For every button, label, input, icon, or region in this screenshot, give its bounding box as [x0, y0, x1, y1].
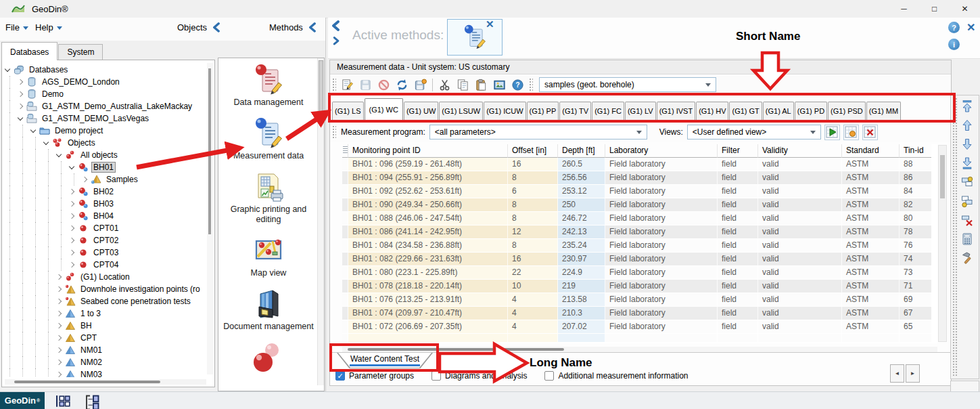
- close-panel-icon[interactable]: ✕: [966, 21, 975, 34]
- help-icon[interactable]: ?: [948, 22, 960, 33]
- tree-horizontal-scrollbar[interactable]: [5, 379, 206, 385]
- tools-icon[interactable]: [958, 250, 976, 266]
- tree-item-cpt04[interactable]: CPT04: [3, 259, 206, 271]
- tab-databases[interactable]: Databases: [1, 42, 57, 60]
- table-row[interactable]: BH01 : 082 (229.66 - 231.63ft)16230.97Fi…: [342, 253, 937, 266]
- method-tab-g1-lsuw[interactable]: (G1) LSUW: [439, 102, 483, 121]
- insert-below-icon[interactable]: [958, 193, 976, 209]
- method-tab-g1-lv[interactable]: (G1) LV: [625, 102, 656, 121]
- launcher-item-document-management[interactable]: Document management: [220, 288, 317, 332]
- column-header-validity[interactable]: Validity: [758, 144, 842, 158]
- tree-item-bh02[interactable]: BH02: [3, 186, 206, 198]
- close-method-icon[interactable]: ✕: [486, 18, 494, 30]
- move-top-icon[interactable]: [958, 98, 976, 114]
- method-tab-g1-ls[interactable]: (G1) LS: [332, 102, 364, 121]
- method-tab-g1-uw[interactable]: (G1) UW: [404, 102, 438, 121]
- tree-item-bh04[interactable]: BH04: [3, 210, 206, 222]
- table-row[interactable]: BH01 : 088 (246.06 - 247.54ft)8246.72Fie…: [342, 212, 937, 225]
- tree-item-bh03[interactable]: BH03: [3, 198, 206, 210]
- method-tab-g1-gt[interactable]: (G1) GT: [729, 102, 762, 121]
- table-row[interactable]: BH01 : 094 (255.91 - 256.89ft)8256.56Fie…: [342, 171, 937, 185]
- expand-right-icon[interactable]: [333, 37, 340, 46]
- minimize-button[interactable]: ─: [889, 1, 919, 18]
- export-icon[interactable]: [411, 77, 429, 93]
- drag-handle-icon[interactable]: [332, 78, 336, 91]
- table-row[interactable]: BH01 : 074 (209.97 - 210.47ft)4210.3Fiel…: [342, 307, 937, 320]
- help-icon[interactable]: ?: [509, 77, 527, 93]
- method-tab-g1-pp[interactable]: (G1) PP: [527, 102, 559, 121]
- method-tab-g1-tv[interactable]: (G1) TV: [559, 102, 591, 121]
- checkbox-unchecked-icon[interactable]: [431, 371, 441, 381]
- copy-icon[interactable]: [454, 77, 472, 93]
- column-header-depth-ft[interactable]: Depth [ft]: [558, 144, 605, 158]
- tree-item-bh01[interactable]: BH01: [3, 161, 206, 173]
- paste-icon[interactable]: [472, 77, 490, 93]
- collapse-left-icon[interactable]: [212, 22, 220, 33]
- move-up-icon[interactable]: [958, 117, 976, 133]
- row-selector[interactable]: [342, 307, 348, 320]
- delete-row-icon[interactable]: [958, 212, 976, 228]
- method-tab-g1-pd[interactable]: (G1) PD: [795, 102, 827, 121]
- table-row[interactable]: BH01 : 076 (213.25 - 213.91ft)4213.58Fie…: [342, 293, 937, 307]
- tree-item-cpt[interactable]: CPT: [3, 332, 206, 344]
- scroll-tabs-right-button[interactable]: ►: [906, 364, 920, 383]
- table-row[interactable]: BH01 : 096 (259.19 - 261.48ft)16260.5Fie…: [342, 158, 937, 171]
- tree-item-g1-astm-demo-lasvegas[interactable]: G1_ASTM_DEMO_LasVegas: [3, 112, 206, 125]
- tree-item-nm02[interactable]: NM02: [3, 356, 206, 368]
- move-down-icon[interactable]: [958, 136, 976, 152]
- image-icon[interactable]: [490, 77, 509, 93]
- tree-item-seabed-cone-penetration-tests[interactable]: Seabed cone penetration tests: [3, 295, 206, 307]
- collapse-left-icon[interactable]: [331, 20, 340, 32]
- drag-handle-icon[interactable]: [332, 125, 336, 139]
- tree-item-g1-astm-demo-australia-lakemackay[interactable]: G1_ASTM_Demo_Australia_LakeMackay: [3, 100, 206, 112]
- close-button[interactable]: ✕: [950, 1, 980, 18]
- table-row[interactable]: BH01 : 078 (218.18 - 220.14ft)10219Field…: [342, 280, 937, 293]
- column-header-standard[interactable]: Standard: [842, 144, 900, 158]
- tree-item-objects[interactable]: Objects: [3, 137, 206, 149]
- row-selector[interactable]: [342, 171, 348, 185]
- maximize-button[interactable]: □: [919, 1, 950, 18]
- method-tab-g1-wc[interactable]: (G1) WC: [365, 98, 403, 121]
- tree-item-demo[interactable]: Demo: [3, 88, 206, 100]
- table-row[interactable]: BH01 : 080 (223.1 - 225.89ft)22224.9Fiel…: [342, 266, 937, 280]
- table-row[interactable]: BH01 : 072 (206.69 - 207.35ft)4207.02Fie…: [342, 320, 937, 334]
- tree-vertical-scrollbar[interactable]: [207, 63, 213, 374]
- row-selector[interactable]: [342, 293, 348, 307]
- row-selector[interactable]: [342, 225, 348, 239]
- column-header-offset-in[interactable]: Offset [in]: [508, 144, 558, 158]
- edit-icon[interactable]: [338, 77, 356, 93]
- launcher-item-map-view[interactable]: Map view: [220, 234, 317, 278]
- row-selector[interactable]: [342, 320, 348, 334]
- table-row[interactable]: BH01 : 084 (234.58 - 236.88ft)8235.24Fie…: [342, 239, 937, 253]
- row-selector[interactable]: [342, 185, 348, 198]
- checkbox-diagrams-and-analysis[interactable]: Diagrams and analysis: [431, 371, 527, 381]
- column-layout-icon[interactable]: [83, 394, 100, 408]
- tree-item-bh[interactable]: BH: [3, 320, 206, 332]
- checkbox-additional-measurement-information[interactable]: Additional measurement information: [544, 371, 688, 381]
- row-selector[interactable]: [342, 158, 348, 171]
- tree-item-downhole-investigation-points-ro[interactable]: Downhole investigation points (ro: [3, 283, 206, 295]
- tree-item-cpt02[interactable]: CPT02: [3, 234, 206, 246]
- row-selector[interactable]: [342, 280, 348, 293]
- help-menu[interactable]: Help: [35, 22, 62, 33]
- row-selector[interactable]: [342, 266, 348, 280]
- column-header-monitoring-point-id[interactable]: Monitoring point ID: [348, 144, 508, 158]
- calculator-icon[interactable]: [958, 231, 976, 247]
- file-menu[interactable]: File: [5, 22, 28, 33]
- launcher-scrollbar[interactable]: [317, 58, 324, 385]
- tree-item-cpt03[interactable]: CPT03: [3, 246, 206, 259]
- row-selector[interactable]: [342, 253, 348, 266]
- views-select[interactable]: <User defined view>: [687, 125, 821, 139]
- tree-item-nm01[interactable]: NM01: [3, 344, 206, 356]
- collapse-left-icon[interactable]: [308, 22, 317, 33]
- table-row[interactable]: BH01 : 092 (252.62 - 253.61ft)6253.12Fie…: [342, 185, 937, 198]
- tree-item-all-objects[interactable]: All objects: [3, 149, 206, 161]
- table-horizontal-scrollbar[interactable]: [342, 347, 937, 352]
- drag-handle-icon[interactable]: [529, 78, 533, 91]
- launcher-item-graphic-printing-and-editing[interactable]: Graphic printing and editing: [220, 171, 317, 225]
- panel-splitter[interactable]: [325, 18, 326, 391]
- move-bottom-icon[interactable]: [958, 155, 976, 171]
- method-tab-g1-ivst[interactable]: (G1) IVST: [657, 102, 696, 121]
- method-tab-g1-al[interactable]: (G1) AL: [763, 102, 794, 121]
- tree-item-samples[interactable]: Samples: [3, 173, 206, 186]
